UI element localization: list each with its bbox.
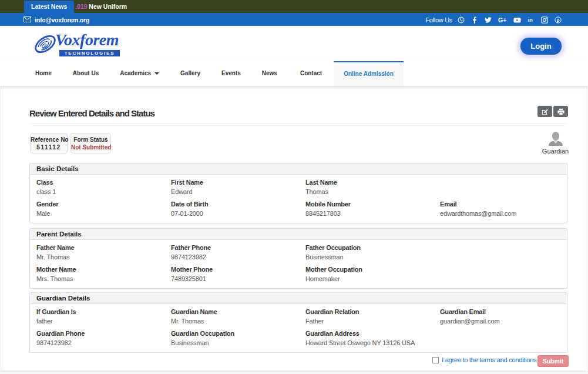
svg-text:p: p [557,18,560,23]
svg-text:G+: G+ [498,16,506,24]
svg-text:in: in [528,17,533,23]
